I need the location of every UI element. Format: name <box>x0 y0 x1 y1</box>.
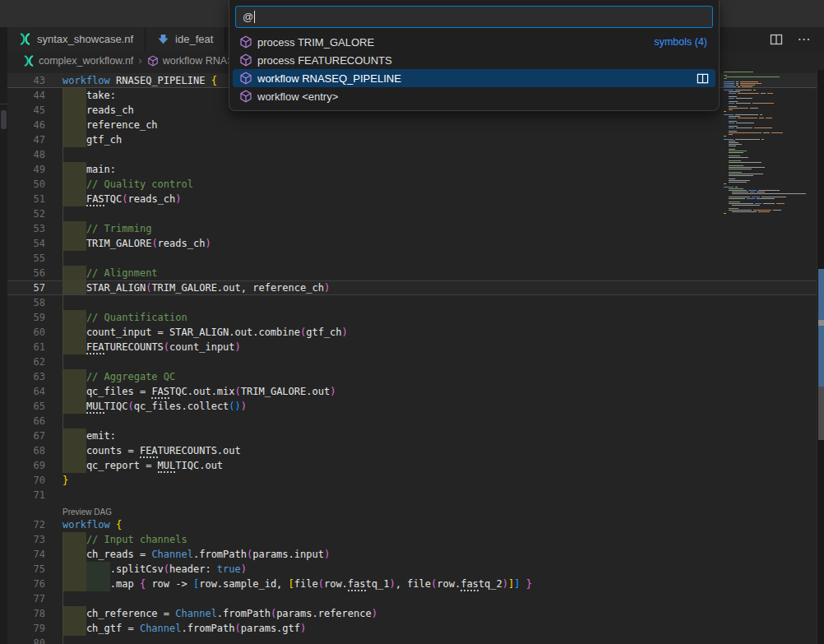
line-number[interactable]: 67 <box>7 429 45 443</box>
code-line[interactable]: 76 .map { row -> [row.sample_id, [file(r… <box>7 577 817 591</box>
scrollbar[interactable] <box>817 70 824 644</box>
symbol-cube-icon <box>239 35 252 49</box>
codelens-preview-dag[interactable]: Preview DAG <box>62 507 112 517</box>
code-line[interactable]: 46 reference_ch <box>7 118 817 132</box>
tab-syntax-showcase[interactable]: syntax_showcase.nf <box>7 27 146 51</box>
line-number[interactable]: 68 <box>7 443 45 458</box>
line-number[interactable]: 53 <box>7 221 45 236</box>
code-line[interactable]: 66 <box>7 414 817 429</box>
code-line[interactable]: 77 <box>7 591 817 606</box>
line-number[interactable]: 56 <box>7 266 45 280</box>
line-number[interactable]: 76 <box>7 577 45 591</box>
code-line[interactable]: 61 FEATURECOUNTS(count_input) <box>7 340 817 354</box>
line-number[interactable]: 57 <box>7 280 45 295</box>
minimap-line <box>724 100 816 100</box>
code-line[interactable]: 56 // Alignment <box>7 266 817 280</box>
line-number[interactable]: 69 <box>7 458 45 473</box>
code-line[interactable]: 63 // Aggregate QC <box>7 369 817 384</box>
line-number[interactable]: 48 <box>7 147 45 162</box>
tab-ide-features[interactable]: ide_feat <box>146 27 225 51</box>
line-number[interactable]: 49 <box>7 162 45 177</box>
code-line[interactable]: 69 qc_report = MULTIQC.out <box>7 458 817 473</box>
code-line[interactable]: 65 MULTIQC(qc_files.collect()) <box>7 399 817 414</box>
line-number[interactable]: 58 <box>7 295 45 310</box>
line-number[interactable]: 45 <box>7 103 45 118</box>
code-line[interactable]: 79 ch_gtf = Channel.fromPath(params.gtf) <box>7 621 817 636</box>
code-line[interactable]: 47 gtf_ch <box>7 132 817 147</box>
quick-open-input[interactable]: @ <box>235 6 713 28</box>
line-number[interactable]: 46 <box>7 118 45 132</box>
code-line[interactable]: 49 main: <box>7 162 817 177</box>
code-line[interactable]: 54 TRIM_GALORE(reads_ch) <box>7 236 817 251</box>
code-line[interactable]: 60 count_input = STAR_ALIGN.out.combine(… <box>7 325 817 340</box>
line-number[interactable]: 54 <box>7 236 45 251</box>
line-number[interactable]: 72 <box>7 517 45 532</box>
code-line[interactable]: 68 counts = FEATURECOUNTS.out <box>7 443 817 458</box>
split-editor-icon[interactable] <box>770 33 783 46</box>
rail-scrollbar-thumb[interactable] <box>1 110 7 129</box>
line-number[interactable]: 50 <box>7 177 45 192</box>
code-line[interactable]: 57 STAR_ALIGN(TRIM_GALORE.out, reference… <box>7 280 817 295</box>
code-line[interactable]: 75 .splitCsv(header: true) <box>7 562 817 577</box>
code-line[interactable]: 52 <box>7 206 817 221</box>
line-number[interactable]: 74 <box>7 547 45 562</box>
minimap-line <box>724 160 816 161</box>
code-line[interactable]: 50 // Quality control <box>7 177 817 192</box>
line-number[interactable]: 78 <box>7 606 45 621</box>
code-line[interactable]: 64 qc_files = FASTQC.out.mix(TRIM_GALORE… <box>7 384 817 399</box>
line-number[interactable]: 62 <box>7 354 45 369</box>
line-number[interactable]: 51 <box>7 192 45 206</box>
line-number[interactable]: 66 <box>7 414 45 429</box>
code-line[interactable]: 78 ch_reference = Channel.fromPath(param… <box>7 606 817 621</box>
scrollbar-thumb[interactable] <box>818 387 824 440</box>
line-number[interactable]: 73 <box>7 532 45 547</box>
line-number[interactable]: 63 <box>7 369 45 384</box>
code-line[interactable]: 62 <box>7 354 817 369</box>
minimap-line <box>724 208 816 209</box>
line-number[interactable]: 60 <box>7 325 45 340</box>
code-line[interactable]: 59 // Quantification <box>7 310 817 325</box>
quick-open-item[interactable]: workflow <entry> <box>233 87 715 105</box>
item-label: workflow <entry> <box>257 90 709 103</box>
line-number[interactable]: 75 <box>7 562 45 577</box>
code-line[interactable]: 55 <box>7 251 817 266</box>
line-number[interactable]: 64 <box>7 384 45 399</box>
line-number[interactable]: 70 <box>7 473 45 488</box>
code-line[interactable]: 58 <box>7 295 817 310</box>
quick-open-item[interactable]: workflow RNASEQ_PIPELINE <box>233 69 715 87</box>
minimap-line <box>724 134 816 135</box>
line-number[interactable]: 43 <box>7 73 45 88</box>
line-number[interactable]: 55 <box>7 251 45 266</box>
open-to-side-icon[interactable] <box>697 72 709 85</box>
code-line[interactable]: 74 ch_reads = Channel.fromPath(params.in… <box>7 547 817 562</box>
line-number[interactable]: 47 <box>7 132 45 147</box>
minimap-line <box>724 167 816 168</box>
breadcrumb-file[interactable]: complex_workflow.nf <box>39 55 133 67</box>
line-number[interactable]: 77 <box>7 591 45 606</box>
code-line[interactable]: 73 // Input channels <box>7 532 817 547</box>
line-number[interactable]: 44 <box>7 88 45 103</box>
code-line[interactable]: 67 emit: <box>7 429 817 443</box>
code-line[interactable]: 70} <box>7 473 817 488</box>
line-number[interactable]: 52 <box>7 206 45 221</box>
more-actions-icon[interactable]: ⋯ <box>798 33 811 46</box>
minimap[interactable] <box>724 72 816 215</box>
line-number[interactable]: 71 <box>7 488 45 503</box>
quick-open-item[interactable]: process FEATURECOUNTS <box>233 51 715 69</box>
code-line[interactable]: 51 FASTQC(reads_ch) <box>7 192 817 206</box>
line-number[interactable]: 79 <box>7 621 45 636</box>
line-number[interactable]: 61 <box>7 340 45 354</box>
code-editor[interactable]: 43workflow RNASEQ_PIPELINE {44 take:45 r… <box>7 70 817 644</box>
minimap-line <box>724 146 816 146</box>
quick-open-item[interactable]: process TRIM_GALOREsymbols (4) <box>233 33 715 51</box>
minimap-line <box>724 155 816 156</box>
code-line[interactable]: 71 <box>7 488 817 503</box>
line-number[interactable]: 80 <box>7 636 45 644</box>
code-line[interactable]: 80 <box>7 636 817 644</box>
code-line[interactable]: 53 // Trimming <box>7 221 817 236</box>
code-line[interactable]: 48 <box>7 147 817 162</box>
line-content: FEATURECOUNTS(count_input) <box>62 340 241 354</box>
line-number[interactable]: 65 <box>7 399 45 414</box>
code-line[interactable]: 72workflow { <box>7 517 817 532</box>
line-number[interactable]: 59 <box>7 310 45 325</box>
